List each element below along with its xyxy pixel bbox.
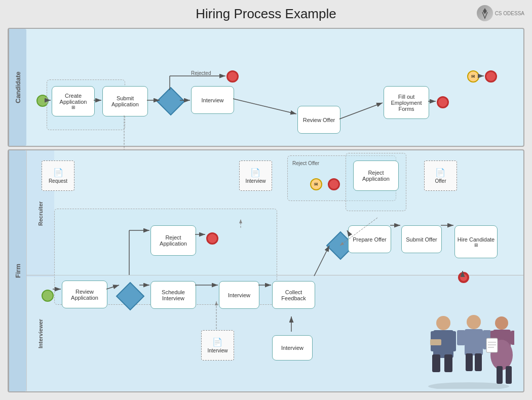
interview-firm-task[interactable]: Interview <box>219 281 259 309</box>
rejected-label: Rejected <box>191 70 211 76</box>
svg-rect-33 <box>447 331 456 351</box>
candidate-end-rejected <box>226 70 239 83</box>
candidate-end-employ <box>437 96 449 108</box>
submit-application-task[interactable]: Submit Application <box>102 86 148 116</box>
prepare-offer-task[interactable]: Prepare Offer <box>348 225 391 253</box>
collect-feedback-task[interactable]: Collect Feedback <box>272 281 315 309</box>
interview-doc-firm: 📄 Interview <box>239 161 272 191</box>
hire-end-event <box>458 272 469 283</box>
svg-rect-38 <box>465 329 483 355</box>
review-application-task[interactable]: Review Application <box>62 281 107 308</box>
candidate-gateway-1 <box>157 87 185 116</box>
fill-employment-task[interactable]: Fill out Employment Forms <box>384 86 429 119</box>
svg-rect-41 <box>466 353 473 371</box>
logo-icon <box>477 5 493 21</box>
candidate-lane: Candidate Create Application ⊞ Submit Ap… <box>8 28 524 147</box>
reject-application-upper-task[interactable]: Reject Application <box>353 161 399 191</box>
svg-rect-35 <box>444 354 452 372</box>
interview-candidate-task[interactable]: Interview <box>191 86 234 114</box>
review-offer-task[interactable]: Review Offer <box>297 106 340 134</box>
svg-rect-50 <box>486 338 498 352</box>
create-application-task[interactable]: Create Application ⊞ <box>52 86 95 116</box>
schedule-interview-task[interactable]: Schedule Interview <box>150 281 196 309</box>
reject-offer-msg: ✉ <box>310 178 322 190</box>
firm-start-event <box>42 290 54 302</box>
reject-offer-end <box>328 178 340 190</box>
svg-point-30 <box>436 316 450 330</box>
candidate-lane-label: Candidate <box>9 29 26 146</box>
hire-candidate-task[interactable]: Hire Candidate ⊞ <box>454 225 498 258</box>
firm-lane-label: Firm <box>9 150 26 391</box>
svg-rect-40 <box>457 330 465 345</box>
page: Hiring Process Example CS ODESSA Candida… <box>0 0 532 400</box>
page-title: Hiring Process Example <box>0 0 532 26</box>
candidate-msg-event: ✉ <box>467 70 479 83</box>
svg-rect-36 <box>430 339 441 345</box>
logo-area: CS ODESSA <box>477 5 524 21</box>
svg-rect-46 <box>511 331 514 345</box>
diagram-area: Candidate Create Application ⊞ Submit Ap… <box>8 28 524 395</box>
submit-offer-task[interactable]: Submit Offer <box>401 225 442 253</box>
reject-offer-label: Reject Offer <box>292 161 319 166</box>
svg-point-43 <box>495 316 508 330</box>
svg-rect-34 <box>432 354 440 372</box>
svg-rect-48 <box>497 366 503 384</box>
offer-doc: 📄 Offer <box>424 161 457 191</box>
svg-rect-42 <box>475 353 482 371</box>
svg-rect-49 <box>506 366 512 384</box>
svg-point-37 <box>467 315 481 329</box>
reject-application-lower-task[interactable]: Reject Application <box>150 225 196 256</box>
interview-doc-interviewer: 📄 Interview <box>201 330 234 361</box>
people-illustration <box>423 308 514 389</box>
interview-interviewer-task[interactable]: Interview <box>272 335 313 361</box>
reject-end-event <box>206 232 218 245</box>
request-doc: 📄 Request <box>42 161 74 191</box>
logo-text: CS ODESSA <box>495 11 524 16</box>
candidate-end-top-right <box>485 70 497 83</box>
